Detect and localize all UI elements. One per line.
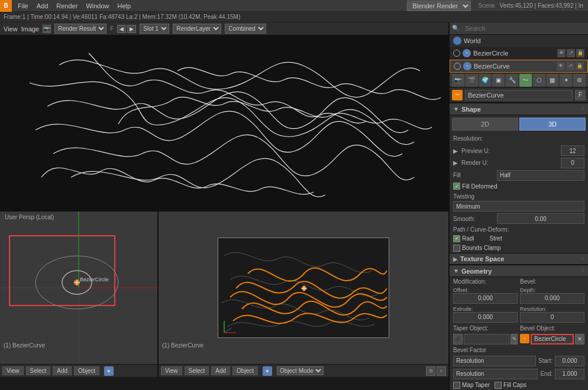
info-text: Frame:1 | Time:00:14.94 | Ve:46011 Fa:48… <box>4 14 240 20</box>
list-item[interactable]: ~ BezierCurve 👁 ↗ 🔒 <box>450 60 588 73</box>
geo-resolution-value[interactable]: 0 <box>520 312 584 323</box>
fill-caps-checkbox[interactable] <box>495 382 502 389</box>
data-icon[interactable]: 〜 <box>519 74 532 87</box>
texture-icon[interactable]: ▦ <box>547 74 559 87</box>
menu-render[interactable]: Render <box>53 1 81 11</box>
left-object-btn[interactable]: Object <box>74 366 99 375</box>
extrude-value[interactable]: 0.000 <box>453 312 518 323</box>
bevel-obj-x-btn[interactable]: ✕ <box>575 334 584 344</box>
radi-label: Radi <box>462 235 474 242</box>
menu-window[interactable]: Window <box>82 1 112 11</box>
map-taper-label: Map Taper <box>462 382 490 388</box>
left-select-btn[interactable]: Select <box>26 366 51 375</box>
viewport-left-content[interactable]: User Persp (Local) <box>0 212 157 364</box>
search-icon: 🔍 <box>450 25 461 31</box>
geometry-section-header[interactable]: ▼ Geometry ⠿ <box>450 265 588 277</box>
mode-3d-btn[interactable]: 3D <box>519 118 586 131</box>
data-block-name-input[interactable] <box>465 90 573 100</box>
render-u-value[interactable]: 0 <box>561 158 584 168</box>
eye-btn-1[interactable]: 👁 <box>557 49 566 57</box>
radi-checkbox[interactable]: ✓ <box>453 235 460 242</box>
scene-icon[interactable]: 🎬 <box>466 74 478 87</box>
menu-help[interactable]: Help <box>114 1 135 11</box>
fill-caps-check[interactable]: Fill Caps <box>495 382 526 389</box>
fill-deformed-checkbox[interactable]: ✓ <box>453 183 460 190</box>
taper-icon[interactable]: ⬛ <box>453 334 463 344</box>
right-add-btn[interactable]: Add <box>211 366 230 375</box>
search-input[interactable] <box>461 25 588 32</box>
nav-next[interactable]: ▶ <box>127 25 136 33</box>
camera-frame <box>218 238 389 338</box>
data-block-f-btn[interactable]: F <box>575 90 586 100</box>
map-taper-checkbox[interactable] <box>453 382 460 389</box>
object-icon[interactable]: ▣ <box>492 74 505 87</box>
bevel-label: Bevel: <box>520 278 584 285</box>
bounds-clamp-checkbox[interactable] <box>453 245 460 252</box>
eye-btn-2[interactable]: 👁 <box>557 62 565 70</box>
left-add-btn[interactable]: Add <box>53 366 72 375</box>
physics-icon[interactable]: ⚙ <box>573 74 586 87</box>
bevel-res-select[interactable]: Resolution <box>453 356 536 366</box>
geometry-drag-handle: ⠿ <box>581 268 584 274</box>
object-mode-select[interactable]: Object Mode <box>277 366 324 375</box>
nav-prev[interactable]: ◀ <box>117 25 126 33</box>
lock-btn-1[interactable]: 🔒 <box>576 49 584 57</box>
end-value[interactable]: 1.000 <box>555 369 584 379</box>
bevel-res-select2[interactable]: Resolution <box>453 369 538 379</box>
image-menu[interactable]: Image <box>21 25 40 32</box>
cursor-btn-1[interactable]: ↗ <box>567 49 575 57</box>
viewport-right-content[interactable]: Camera Persp <box>159 212 448 364</box>
view-menu[interactable]: View <box>4 25 18 32</box>
twisting-col: Twisting Minimum <box>453 192 584 212</box>
slot-select[interactable]: Slot 1 <box>140 24 169 34</box>
cursor-btn-2[interactable]: ↗ <box>566 62 574 70</box>
modifier-icon[interactable]: 🔧 <box>506 74 518 87</box>
render-layer-select[interactable]: RenderLayer <box>173 24 221 34</box>
world-item: World <box>450 35 588 47</box>
visibility-dot-2[interactable] <box>454 63 461 70</box>
right-solid-icon[interactable]: ■ <box>263 366 272 376</box>
solid-mode-icon[interactable]: ■ <box>104 366 114 376</box>
map-taper-check[interactable]: Map Taper <box>453 382 490 389</box>
proportional-icon[interactable]: ○ <box>437 366 446 376</box>
right-object-btn[interactable]: Object <box>232 366 258 375</box>
twisting-label: Twisting <box>453 192 584 201</box>
left-view-btn[interactable]: View <box>2 366 24 375</box>
engine-select[interactable]: Blender Render <box>407 1 471 11</box>
combined-select[interactable]: Combined <box>225 24 266 34</box>
start-value[interactable]: 0.000 <box>555 356 584 366</box>
taper-value[interactable] <box>464 334 509 344</box>
offset-depth-row: Offset: 0.000 Depth: 0.000 <box>450 286 588 305</box>
bounds-clamp-check[interactable]: Bounds Clamp <box>450 243 588 253</box>
menu-add[interactable]: Add <box>33 1 52 11</box>
radi-check[interactable]: ✓ Radi Stret <box>450 234 588 243</box>
lock-btn-2[interactable]: 🔒 <box>576 62 584 70</box>
render-result-select[interactable]: Render Result <box>54 24 106 34</box>
particle-icon[interactable]: ✦ <box>560 74 572 87</box>
visibility-dot[interactable] <box>453 50 460 57</box>
smooth-value[interactable]: 0.00 <box>497 213 584 224</box>
material-icon[interactable]: ⬡ <box>533 74 545 87</box>
fill-caps-label: Fill Caps <box>503 382 526 388</box>
preview-u-value[interactable]: 12 <box>561 145 584 156</box>
world-prop-icon[interactable]: 🌍 <box>479 74 492 87</box>
snap-icon[interactable]: ⊙ <box>426 366 435 376</box>
offset-value[interactable]: 0.000 <box>453 293 518 304</box>
list-item[interactable]: ~ BezierCircle 👁 ↗ 🔒 <box>450 47 588 60</box>
start-label: Start: <box>538 356 553 366</box>
render-icon[interactable]: 📷 <box>452 74 464 87</box>
viewport-right-object-label: (1) BezierCurve <box>162 342 203 349</box>
depth-value[interactable]: 0.000 <box>520 293 584 304</box>
right-select-btn[interactable]: Select <box>185 366 209 375</box>
fill-deformed-check[interactable]: ✓ Fill Deformed <box>450 181 588 191</box>
fill-value[interactable]: Half <box>497 170 584 181</box>
texture-space-header[interactable]: ▶ Texture Space ⠿ <box>450 253 588 265</box>
mode-2d-btn[interactable]: 2D <box>452 118 518 131</box>
menu-file[interactable]: File <box>14 1 32 11</box>
shape-section-header[interactable]: ▼ Shape ⠿ <box>450 103 588 115</box>
right-view-btn[interactable]: View <box>161 366 182 375</box>
twisting-value[interactable]: Minimum <box>453 201 584 212</box>
texture-drag-handle: ⠿ <box>581 256 584 262</box>
taper-edit-icon[interactable]: ✎ <box>511 334 518 344</box>
bevel-obj-name[interactable]: BezierCircle <box>531 334 574 344</box>
